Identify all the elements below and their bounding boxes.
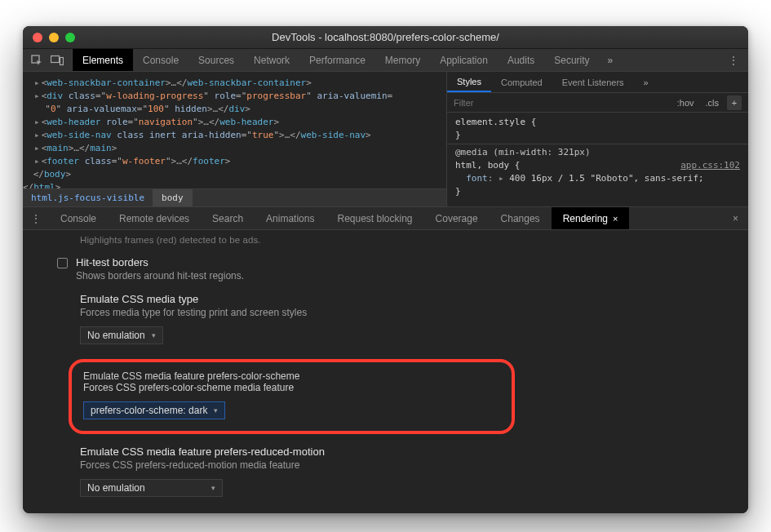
svg-rect-1 bbox=[51, 55, 60, 62]
svg-rect-2 bbox=[60, 57, 64, 64]
option-title: Emulate CSS media feature prefers-reduce… bbox=[80, 446, 748, 458]
styles-filter-input[interactable] bbox=[454, 98, 669, 108]
reduced-motion-select[interactable]: No emulation ▾ bbox=[80, 479, 223, 497]
drawer-tab-search[interactable]: Search bbox=[201, 207, 255, 229]
select-value: prefers-color-scheme: dark bbox=[91, 405, 207, 416]
rendering-drawer: Highlights frames (red) detected to be a… bbox=[23, 230, 748, 513]
hit-test-borders: Hit-test borders Shows borders around hi… bbox=[57, 256, 748, 282]
tab-application[interactable]: Application bbox=[430, 49, 498, 71]
elements-panel[interactable]: ▸<web-snackbar-container>…</web-snackbar… bbox=[23, 72, 446, 206]
drawer-tab-label: Rendering bbox=[563, 213, 608, 224]
upper-pane: ▸<web-snackbar-container>…</web-snackbar… bbox=[23, 72, 748, 207]
crumb-html[interactable]: html.js-focus-visible bbox=[23, 189, 153, 206]
tab-sources[interactable]: Sources bbox=[188, 49, 244, 71]
styles-body[interactable]: element.style { } @media (min-width: 321… bbox=[447, 113, 748, 206]
rule-close: } bbox=[455, 130, 461, 140]
tab-security[interactable]: Security bbox=[544, 49, 599, 71]
css-value: 400 16px / 1.5 "Roboto", sans-serif; bbox=[509, 173, 703, 184]
device-toggle-icon[interactable] bbox=[51, 55, 64, 66]
drawer-tab-animations[interactable]: Animations bbox=[255, 207, 326, 229]
rule-selector: element.style { bbox=[455, 117, 536, 127]
option-title: Emulate CSS media type bbox=[80, 293, 748, 305]
devtools-window: DevTools - localhost:8080/prefers-color-… bbox=[23, 26, 748, 513]
emulate-media-type: Emulate CSS media type Forces media type… bbox=[80, 293, 748, 344]
css-prop: font bbox=[466, 173, 488, 184]
select-value: No emulation bbox=[87, 482, 145, 494]
more-styles-tabs-icon[interactable]: » bbox=[634, 72, 658, 92]
emulate-reduced-motion: Emulate CSS media feature prefers-reduce… bbox=[80, 446, 748, 497]
settings-menu-icon[interactable]: ⋮ bbox=[719, 49, 748, 71]
rule-selector: html, body { bbox=[455, 160, 520, 171]
drawer-tab-remote-devices[interactable]: Remote devices bbox=[108, 207, 201, 229]
drawer-tab-coverage[interactable]: Coverage bbox=[424, 207, 490, 229]
styles-panel: Styles Computed Event Listeners » :hov .… bbox=[446, 72, 748, 206]
inspect-icon[interactable] bbox=[31, 55, 42, 66]
option-title: Emulate CSS media feature prefers-color-… bbox=[83, 370, 299, 382]
styles-filter-row: :hov .cls + bbox=[447, 93, 748, 113]
close-drawer-icon[interactable]: × bbox=[723, 207, 748, 229]
tab-network[interactable]: Network bbox=[244, 49, 299, 71]
new-rule-button[interactable]: + bbox=[727, 95, 742, 110]
zoom-window-button[interactable] bbox=[65, 33, 75, 42]
chevron-down-icon: ▾ bbox=[152, 331, 156, 339]
highlight-callout: Emulate CSS media feature prefers-color-… bbox=[69, 359, 515, 434]
drawer-menu-icon[interactable]: ⋮ bbox=[23, 207, 49, 229]
option-desc: Forces CSS prefers-color-scheme media fe… bbox=[83, 382, 299, 393]
select-value: No emulation bbox=[87, 330, 145, 341]
option-desc: Forces CSS prefers-reduced-motion media … bbox=[80, 459, 748, 471]
close-window-button[interactable] bbox=[33, 33, 42, 42]
prefers-color-scheme-select[interactable]: prefers-color-scheme: dark ▾ bbox=[83, 401, 225, 419]
hov-toggle[interactable]: :hov bbox=[674, 98, 698, 108]
more-tabs-icon[interactable]: » bbox=[600, 49, 622, 71]
tab-console[interactable]: Console bbox=[133, 49, 188, 71]
option-desc: Shows borders around hit-test regions. bbox=[76, 270, 244, 282]
rule-close: } bbox=[455, 186, 461, 197]
media-type-select[interactable]: No emulation ▾ bbox=[80, 326, 163, 344]
drawer-tabs: ⋮ Console Remote devices Search Animatio… bbox=[23, 207, 748, 230]
tab-performance[interactable]: Performance bbox=[299, 49, 375, 71]
styles-tab-styles[interactable]: Styles bbox=[447, 72, 491, 92]
media-query: @media (min-width: 321px) bbox=[455, 147, 591, 157]
styles-tab-computed[interactable]: Computed bbox=[491, 72, 552, 92]
option-title: Hit-test borders bbox=[76, 256, 244, 268]
close-tab-icon[interactable]: × bbox=[613, 214, 618, 224]
hit-test-checkbox[interactable] bbox=[57, 258, 68, 268]
drawer-tab-console[interactable]: Console bbox=[49, 207, 108, 229]
main-tabs: Elements Console Sources Network Perform… bbox=[23, 49, 748, 72]
tab-audits[interactable]: Audits bbox=[498, 49, 544, 71]
drawer-tab-request-blocking[interactable]: Request blocking bbox=[326, 207, 423, 229]
minimize-window-button[interactable] bbox=[49, 33, 59, 42]
tab-memory[interactable]: Memory bbox=[375, 49, 430, 71]
titlebar: DevTools - localhost:8080/prefers-color-… bbox=[23, 26, 748, 49]
truncated-text: Highlights frames (red) detected to be a… bbox=[80, 235, 748, 245]
traffic-lights bbox=[23, 33, 75, 42]
styles-tab-event-listeners[interactable]: Event Listeners bbox=[552, 72, 634, 92]
drawer-tab-changes[interactable]: Changes bbox=[490, 207, 552, 229]
chevron-down-icon: ▾ bbox=[211, 484, 215, 492]
window-title: DevTools - localhost:8080/prefers-color-… bbox=[23, 31, 748, 43]
cls-toggle[interactable]: .cls bbox=[702, 98, 723, 108]
option-desc: Forces media type for testing print and … bbox=[80, 307, 748, 318]
crumb-body[interactable]: body bbox=[153, 189, 193, 206]
styles-tabs: Styles Computed Event Listeners » bbox=[447, 72, 748, 93]
tab-elements[interactable]: Elements bbox=[73, 49, 133, 71]
drawer-tab-rendering[interactable]: Rendering× bbox=[552, 207, 630, 229]
css-source-link[interactable]: app.css:102 bbox=[680, 159, 740, 172]
breadcrumb: html.js-focus-visible body bbox=[23, 188, 446, 206]
chevron-down-icon: ▾ bbox=[214, 406, 218, 415]
